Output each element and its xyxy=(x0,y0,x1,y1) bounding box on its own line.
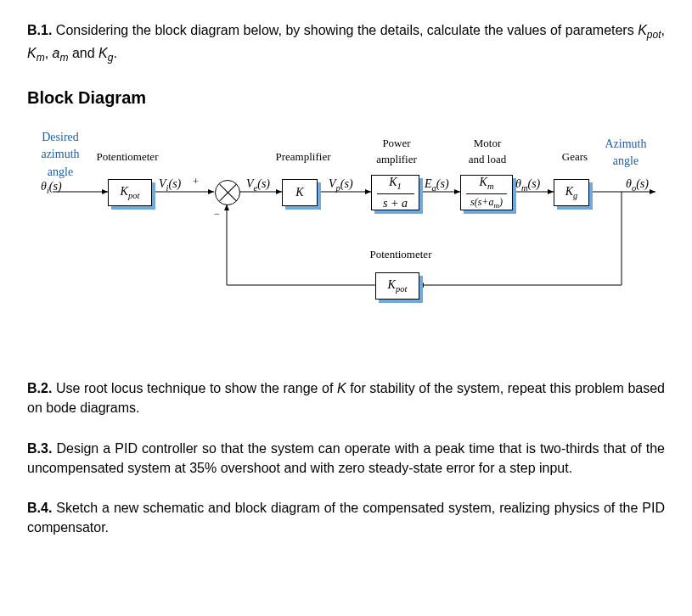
label-azimuth-angle: Azimuthangle xyxy=(596,136,655,171)
block-kpot-fb: Kpot xyxy=(375,272,419,300)
label-motor-load: Motorand load xyxy=(457,136,518,168)
block-kpot-in: Kpot xyxy=(108,179,152,206)
problem-text: Sketch a new schematic and block diagram… xyxy=(27,501,665,535)
sig-theta-o: θo(s) xyxy=(626,176,649,194)
gears-text: Kg xyxy=(565,183,578,202)
block-gears: Kg xyxy=(554,179,589,206)
sum-minus: − xyxy=(214,207,220,221)
label-potentiometer-in: Potentiometer xyxy=(85,149,170,165)
power-amp-num: K1 xyxy=(389,174,402,193)
sum-plus: + xyxy=(193,175,199,189)
block-preamp-text: K xyxy=(295,184,303,201)
block-diagram: Desiredazimuthangle θi(s) Potentiometer … xyxy=(36,115,664,353)
problem-b2: B.2. Use root locus technique to show th… xyxy=(27,378,665,417)
sig-vi: Vi(s) xyxy=(159,176,181,194)
block-motor: Km s(s+am) xyxy=(460,175,513,210)
problem-text: Use root locus technique to show the ran… xyxy=(27,381,665,415)
label-gears: Gears xyxy=(554,149,596,165)
block-power-amp: K1 s + a xyxy=(371,175,419,210)
problem-text: Design a PID controller so that the syst… xyxy=(27,441,665,475)
problem-number: B.2. xyxy=(27,381,52,395)
block-kpot-fb-text: Kpot xyxy=(388,277,408,295)
sig-theta-m: θm(s) xyxy=(515,176,540,194)
motor-den: s(s+am) xyxy=(470,195,503,211)
label-potentiometer-fb: Potentiometer xyxy=(363,247,439,263)
problem-b1: B.1. Considering the block diagram below… xyxy=(27,20,665,65)
problem-number: B.1. xyxy=(27,23,52,37)
motor-num: Km xyxy=(480,174,494,193)
sig-vp: Vp(s) xyxy=(329,176,353,194)
problem-text: Considering the block diagram below, by … xyxy=(27,23,665,60)
problem-number: B.3. xyxy=(27,441,52,456)
label-power-amp: Poweramplifier xyxy=(367,136,426,168)
sig-theta-i: θi(s) xyxy=(41,178,62,197)
problem-b4: B.4. Sketch a new schematic and block di… xyxy=(27,498,665,537)
problem-b3: B.3. Design a PID controller so that the… xyxy=(27,439,665,478)
label-desired-azimuth: Desiredazimuthangle xyxy=(31,129,90,181)
power-amp-den: s + a xyxy=(383,195,408,212)
sig-ve: Ve(s) xyxy=(246,176,270,194)
label-preamplifier: Preamplifier xyxy=(265,149,341,165)
summing-junction xyxy=(215,180,240,205)
sig-ea: Ea(s) xyxy=(425,176,449,194)
block-preamp: K xyxy=(282,179,318,206)
block-kpot-in-text: Kpot xyxy=(121,183,140,202)
diagram-title: Block Diagram xyxy=(27,86,665,110)
problem-number: B.4. xyxy=(27,501,52,515)
